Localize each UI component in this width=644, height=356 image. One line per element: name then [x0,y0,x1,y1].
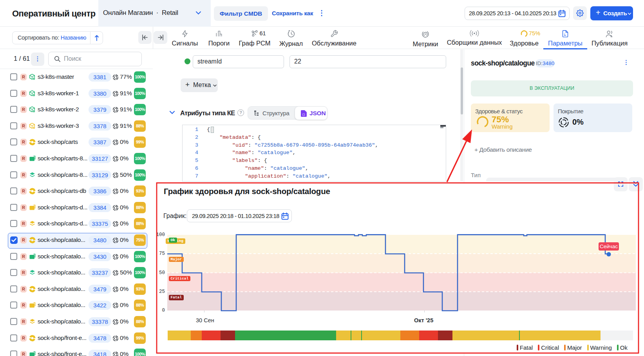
svg-text:{}: {} [302,113,305,116]
